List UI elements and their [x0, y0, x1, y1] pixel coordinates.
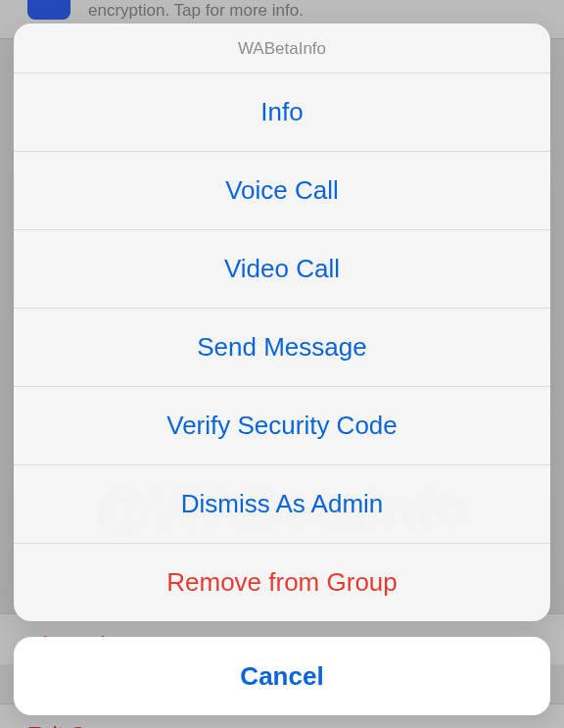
action-sheet-title: WABetaInfo: [14, 24, 550, 73]
send-message-button[interactable]: Send Message: [14, 309, 550, 387]
cancel-card: Cancel: [14, 637, 550, 715]
remove-from-group-button[interactable]: Remove from Group: [14, 544, 550, 621]
info-button[interactable]: Info: [14, 73, 550, 152]
voice-call-button[interactable]: Voice Call: [14, 152, 550, 230]
cancel-button[interactable]: Cancel: [14, 637, 550, 715]
dismiss-admin-button[interactable]: Dismiss As Admin: [14, 465, 550, 544]
video-call-button[interactable]: Video Call: [14, 230, 550, 309]
action-sheet: WABetaInfo Info Voice Call Video Call Se…: [14, 24, 550, 621]
verify-security-button[interactable]: Verify Security Code: [14, 387, 550, 465]
